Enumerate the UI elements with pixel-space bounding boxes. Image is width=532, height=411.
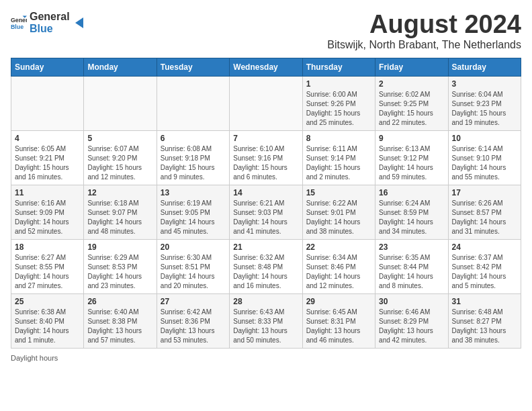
- calendar-cell: 5Sunrise: 6:07 AMSunset: 9:20 PMDaylight…: [84, 130, 157, 185]
- logo-icon: General Blue: [11, 15, 27, 31]
- day-number: 22: [306, 242, 371, 252]
- day-info: Sunrise: 6:14 AMSunset: 9:10 PMDaylight:…: [452, 144, 517, 182]
- day-number: 30: [379, 297, 444, 306]
- day-number: 13: [161, 188, 226, 197]
- day-number: 19: [87, 242, 152, 252]
- calendar-cell: 15Sunrise: 6:22 AMSunset: 9:01 PMDayligh…: [302, 185, 375, 239]
- calendar-cell: 6Sunrise: 6:08 AMSunset: 9:18 PMDaylight…: [157, 130, 229, 185]
- calendar-cell: 30Sunrise: 6:46 AMSunset: 8:29 PMDayligh…: [375, 293, 448, 348]
- day-number: 15: [306, 188, 371, 197]
- calendar-cell: [84, 76, 157, 130]
- calendar-cell: 17Sunrise: 6:26 AMSunset: 8:57 PMDayligh…: [448, 185, 521, 239]
- calendar-cell: [230, 76, 302, 130]
- day-number: 5: [87, 134, 152, 143]
- calendar-cell: 22Sunrise: 6:34 AMSunset: 8:46 PMDayligh…: [302, 239, 375, 293]
- day-number: 1: [306, 79, 371, 89]
- logo-arrow-icon: [73, 16, 86, 30]
- day-info: Sunrise: 6:19 AMSunset: 9:05 PMDaylight:…: [161, 199, 226, 236]
- day-info: Sunrise: 6:29 AMSunset: 8:53 PMDaylight:…: [87, 253, 152, 291]
- day-number: 23: [379, 242, 444, 252]
- day-info: Sunrise: 6:08 AMSunset: 9:18 PMDaylight:…: [161, 144, 226, 182]
- calendar-cell: 13Sunrise: 6:19 AMSunset: 9:05 PMDayligh…: [157, 185, 229, 239]
- day-number: 25: [15, 297, 80, 306]
- day-number: 28: [233, 297, 298, 306]
- day-number: 9: [379, 134, 444, 143]
- day-number: 11: [15, 188, 80, 197]
- svg-text:General: General: [11, 17, 27, 24]
- calendar-cell: 26Sunrise: 6:40 AMSunset: 8:38 PMDayligh…: [84, 293, 157, 348]
- day-number: 26: [87, 297, 152, 306]
- page-title: August 2024: [327, 11, 521, 39]
- day-info: Sunrise: 6:46 AMSunset: 8:29 PMDaylight:…: [379, 308, 444, 345]
- day-info: Sunrise: 6:11 AMSunset: 9:14 PMDaylight:…: [306, 144, 371, 182]
- day-info: Sunrise: 6:16 AMSunset: 9:09 PMDaylight:…: [15, 199, 80, 236]
- day-number: 7: [233, 134, 298, 143]
- day-info: Sunrise: 6:02 AMSunset: 9:25 PMDaylight:…: [379, 90, 444, 128]
- day-number: 24: [452, 242, 517, 252]
- day-info: Sunrise: 6:07 AMSunset: 9:20 PMDaylight:…: [87, 144, 152, 182]
- day-info: Sunrise: 6:04 AMSunset: 9:23 PMDaylight:…: [452, 90, 517, 128]
- calendar-cell: 19Sunrise: 6:29 AMSunset: 8:53 PMDayligh…: [84, 239, 157, 293]
- calendar-cell: 16Sunrise: 6:24 AMSunset: 8:59 PMDayligh…: [375, 185, 448, 239]
- day-info: Sunrise: 6:37 AMSunset: 8:42 PMDaylight:…: [452, 253, 517, 291]
- day-number: 6: [161, 134, 226, 143]
- calendar-cell: 2Sunrise: 6:02 AMSunset: 9:25 PMDaylight…: [375, 76, 448, 130]
- day-info: Sunrise: 6:05 AMSunset: 9:21 PMDaylight:…: [15, 144, 80, 182]
- calendar-cell: 18Sunrise: 6:27 AMSunset: 8:55 PMDayligh…: [11, 239, 84, 293]
- day-number: 21: [233, 242, 298, 252]
- calendar-cell: [157, 76, 229, 130]
- day-of-week-header: Monday: [84, 58, 157, 76]
- day-number: 29: [306, 297, 371, 306]
- day-info: Sunrise: 6:38 AMSunset: 8:40 PMDaylight:…: [15, 308, 80, 345]
- day-number: 2: [379, 79, 444, 89]
- calendar-cell: 29Sunrise: 6:45 AMSunset: 8:31 PMDayligh…: [302, 293, 375, 348]
- day-info: Sunrise: 6:27 AMSunset: 8:55 PMDaylight:…: [15, 253, 80, 291]
- day-info: Sunrise: 6:30 AMSunset: 8:51 PMDaylight:…: [161, 253, 226, 291]
- day-info: Sunrise: 6:35 AMSunset: 8:44 PMDaylight:…: [379, 253, 444, 291]
- logo-general: General: [30, 11, 70, 23]
- day-number: 17: [452, 188, 517, 197]
- day-number: 14: [233, 188, 298, 197]
- footer-note: Daylight hours: [11, 354, 521, 362]
- calendar-cell: 4Sunrise: 6:05 AMSunset: 9:21 PMDaylight…: [11, 130, 84, 185]
- day-info: Sunrise: 6:45 AMSunset: 8:31 PMDaylight:…: [306, 308, 371, 345]
- calendar-cell: 28Sunrise: 6:43 AMSunset: 8:33 PMDayligh…: [230, 293, 302, 348]
- day-number: 3: [452, 79, 517, 89]
- calendar-table: SundayMondayTuesdayWednesdayThursdayFrid…: [11, 58, 521, 349]
- day-info: Sunrise: 6:21 AMSunset: 9:03 PMDaylight:…: [233, 199, 298, 236]
- calendar-cell: 14Sunrise: 6:21 AMSunset: 9:03 PMDayligh…: [230, 185, 302, 239]
- calendar-cell: 7Sunrise: 6:10 AMSunset: 9:16 PMDaylight…: [230, 130, 302, 185]
- day-info: Sunrise: 6:34 AMSunset: 8:46 PMDaylight:…: [306, 253, 371, 291]
- day-number: 8: [306, 134, 371, 143]
- day-info: Sunrise: 6:22 AMSunset: 9:01 PMDaylight:…: [306, 199, 371, 236]
- day-number: 10: [452, 134, 517, 143]
- calendar-cell: 12Sunrise: 6:18 AMSunset: 9:07 PMDayligh…: [84, 185, 157, 239]
- day-info: Sunrise: 6:43 AMSunset: 8:33 PMDaylight:…: [233, 308, 298, 345]
- calendar-cell: 9Sunrise: 6:13 AMSunset: 9:12 PMDaylight…: [375, 130, 448, 185]
- day-number: 4: [15, 134, 80, 143]
- day-info: Sunrise: 6:26 AMSunset: 8:57 PMDaylight:…: [452, 199, 517, 236]
- day-info: Sunrise: 6:13 AMSunset: 9:12 PMDaylight:…: [379, 144, 444, 182]
- calendar-cell: 11Sunrise: 6:16 AMSunset: 9:09 PMDayligh…: [11, 185, 84, 239]
- day-info: Sunrise: 6:40 AMSunset: 8:38 PMDaylight:…: [87, 308, 152, 345]
- calendar-cell: 1Sunrise: 6:00 AMSunset: 9:26 PMDaylight…: [302, 76, 375, 130]
- day-number: 31: [452, 297, 517, 306]
- day-of-week-header: Tuesday: [157, 58, 229, 76]
- title-area: August 2024 Bitswijk, North Brabant, The…: [327, 11, 521, 51]
- calendar-cell: 24Sunrise: 6:37 AMSunset: 8:42 PMDayligh…: [448, 239, 521, 293]
- calendar-cell: 8Sunrise: 6:11 AMSunset: 9:14 PMDaylight…: [302, 130, 375, 185]
- calendar-header-row: SundayMondayTuesdayWednesdayThursdayFrid…: [11, 58, 521, 76]
- calendar-week-row: 1Sunrise: 6:00 AMSunset: 9:26 PMDaylight…: [11, 76, 521, 130]
- calendar-week-row: 4Sunrise: 6:05 AMSunset: 9:21 PMDaylight…: [11, 130, 521, 185]
- day-info: Sunrise: 6:10 AMSunset: 9:16 PMDaylight:…: [233, 144, 298, 182]
- day-number: 18: [15, 242, 80, 252]
- day-info: Sunrise: 6:32 AMSunset: 8:48 PMDaylight:…: [233, 253, 298, 291]
- day-of-week-header: Wednesday: [230, 58, 302, 76]
- svg-marker-3: [75, 17, 83, 28]
- calendar-cell: 21Sunrise: 6:32 AMSunset: 8:48 PMDayligh…: [230, 239, 302, 293]
- header: General Blue General Blue August 2024 Bi…: [11, 11, 521, 51]
- calendar-cell: 3Sunrise: 6:04 AMSunset: 9:23 PMDaylight…: [448, 76, 521, 130]
- day-number: 16: [379, 188, 444, 197]
- calendar-cell: 20Sunrise: 6:30 AMSunset: 8:51 PMDayligh…: [157, 239, 229, 293]
- calendar-cell: 23Sunrise: 6:35 AMSunset: 8:44 PMDayligh…: [375, 239, 448, 293]
